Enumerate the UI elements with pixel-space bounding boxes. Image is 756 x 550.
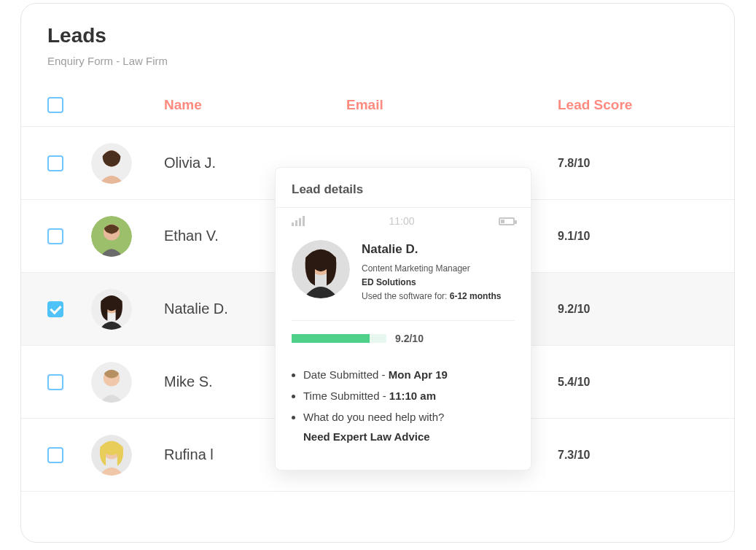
avatar bbox=[91, 362, 132, 403]
score-bar-fill bbox=[292, 334, 370, 343]
detail-time: Time Submitted - 11:10 am bbox=[303, 385, 515, 406]
popup-title: Lead details bbox=[276, 168, 531, 208]
avatar bbox=[91, 289, 132, 330]
lead-score: 5.4/10 bbox=[558, 376, 708, 389]
row-checkbox[interactable] bbox=[47, 447, 63, 463]
battery-icon bbox=[499, 217, 515, 225]
row-checkbox[interactable] bbox=[47, 228, 63, 244]
row-checkbox[interactable] bbox=[47, 301, 63, 317]
lead-score: 9.1/10 bbox=[558, 230, 708, 243]
col-email[interactable]: Email bbox=[346, 97, 558, 113]
page-header: Leads Enquiry Form - Law Firm bbox=[21, 4, 734, 67]
col-score[interactable]: Lead Score bbox=[558, 97, 708, 113]
avatar bbox=[292, 240, 350, 298]
row-checkbox[interactable] bbox=[47, 155, 63, 171]
lead-score: 7.8/10 bbox=[558, 157, 708, 170]
row-checkbox[interactable] bbox=[47, 374, 63, 390]
score-block: 9.2/10 bbox=[276, 321, 531, 347]
signal-icon bbox=[292, 216, 305, 226]
detail-name: Natalie D. bbox=[362, 240, 501, 259]
lead-score: 9.2/10 bbox=[558, 303, 708, 316]
detail-tenure-label: Used the software for: bbox=[362, 291, 450, 301]
detail-meta-list: Date Submitted - Mon Apr 19 Time Submitt… bbox=[276, 358, 531, 459]
select-all-checkbox[interactable] bbox=[47, 97, 63, 113]
detail-date: Date Submitted - Mon Apr 19 bbox=[303, 364, 515, 385]
detail-answer: Need Expert Law Advice bbox=[303, 427, 515, 443]
device-statusbar: 11:00 bbox=[276, 208, 531, 227]
table-header-row: Name Email Lead Score bbox=[21, 83, 734, 127]
avatar bbox=[91, 216, 132, 257]
score-bar bbox=[292, 334, 386, 343]
leads-card: Leads Enquiry Form - Law Firm Name Email… bbox=[20, 3, 735, 543]
avatar bbox=[91, 435, 132, 476]
page-title: Leads bbox=[47, 24, 708, 47]
detail-tenure-value: 6-12 months bbox=[450, 291, 502, 301]
col-name[interactable]: Name bbox=[164, 97, 346, 113]
detail-company: ED Solutions bbox=[362, 277, 416, 287]
statusbar-time: 11:00 bbox=[389, 215, 414, 227]
detail-role: Content Marketing Manager bbox=[362, 262, 501, 276]
score-text: 9.2/10 bbox=[395, 333, 424, 344]
lead-score: 7.3/10 bbox=[558, 449, 708, 462]
lead-person-block: Natalie D. Content Marketing Manager ED … bbox=[276, 227, 531, 320]
avatar bbox=[91, 143, 132, 184]
lead-detail-popup: Lead details 11:00 Natalie D. Content Ma… bbox=[275, 167, 531, 470]
page-subtitle: Enquiry Form - Law Firm bbox=[47, 55, 708, 67]
detail-question: What do you need help with? bbox=[303, 406, 515, 427]
